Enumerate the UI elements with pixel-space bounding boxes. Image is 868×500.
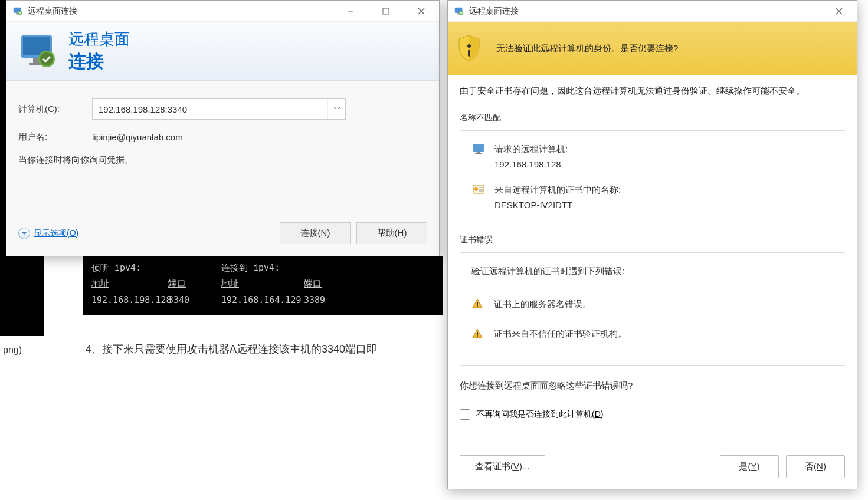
computer-label: 计算机(C):	[18, 104, 92, 115]
terminal-addr-2: 192.168.164.129	[221, 295, 304, 306]
svg-rect-5	[383, 8, 389, 14]
svg-rect-23	[477, 152, 480, 153]
svg-rect-24	[475, 153, 482, 154]
terminal-port-label-2: 端口	[304, 278, 339, 290]
certificate-icon	[471, 182, 486, 196]
show-options-toggle[interactable]: 显示选项(O)	[18, 228, 78, 239]
options-label: 显示选项(O)	[34, 228, 78, 239]
svg-rect-22	[473, 144, 484, 152]
requested-computer-text: 请求的远程计算机: 192.168.198.128	[494, 142, 568, 172]
connect-button[interactable]: 连接(N)	[280, 222, 351, 244]
rdp-app-icon	[454, 6, 464, 17]
computer-value: 192.168.198.128:3340	[99, 104, 187, 114]
window1-controls	[333, 1, 439, 22]
terminal-port-2: 3389	[304, 295, 339, 306]
window2-titlebar[interactable]: 远程桌面连接	[448, 1, 857, 22]
name-mismatch-title: 名称不匹配	[460, 113, 845, 123]
username-row: 用户名: lipinjie@qiyuanlab.com	[18, 131, 427, 143]
yes-button[interactable]: 是(Y)	[720, 455, 779, 478]
maximize-button[interactable]	[368, 1, 404, 22]
divider	[460, 365, 845, 366]
svg-rect-17	[460, 12, 463, 13]
window2-buttons: 查看证书(V)... 是(Y) 否(N)	[448, 446, 857, 487]
warning-triangle-icon	[471, 298, 483, 310]
svg-rect-30	[477, 302, 478, 305]
bg-filename-label: png)	[0, 342, 25, 358]
svg-rect-21	[468, 50, 470, 57]
banner-line1: 远程桌面	[68, 29, 130, 50]
rdp-connect-window: 远程桌面连接 远程桌面	[6, 0, 440, 256]
chevron-down-icon	[18, 228, 30, 239]
rdp-banner: 远程桌面 连接	[6, 22, 439, 81]
dont-ask-checkbox[interactable]	[460, 409, 470, 420]
form-area: 计算机(C): 192.168.198.128:3340 用户名: lipinj…	[6, 81, 439, 172]
svg-rect-32	[477, 332, 478, 335]
warning-banner: 无法验证此远程计算机的身份。是否仍要连接?	[448, 22, 857, 75]
cert-name-value: DESKTOP-IV2IDTT	[494, 198, 621, 213]
window1-footer: 显示选项(O) 连接(N) 帮助(H)	[6, 213, 439, 256]
window2-controls	[821, 1, 857, 22]
error-2-text: 证书来自不信任的证书验证机构。	[494, 326, 627, 341]
requested-value: 192.168.198.128	[494, 157, 568, 172]
minimize-button[interactable]	[333, 1, 368, 22]
cert-name-text: 来自远程计算机的证书中的名称: DESKTOP-IV2IDTT	[494, 182, 621, 212]
banner-line2: 连接	[68, 50, 130, 74]
shield-warning-icon	[457, 34, 482, 63]
dont-ask-label[interactable]: 不再询问我是否连接到此计算机(D)	[476, 409, 603, 420]
terminal-port-1: 3340	[168, 295, 221, 306]
dropdown-arrow-icon[interactable]	[327, 99, 345, 119]
username-value: lipinjie@qiyuanlab.com	[92, 132, 183, 142]
terminal-addr-label-2: 地址	[221, 278, 304, 290]
divider	[460, 130, 845, 131]
warning-triangle-icon	[471, 328, 483, 340]
rdp-banner-icon	[18, 31, 60, 72]
terminal-output: 侦听 ipv4: 连接到 ipv4: 地址 端口 地址 端口 192.168.1…	[83, 256, 443, 315]
banner-text: 远程桌面 连接	[68, 29, 130, 74]
bg-instruction-text: 4、接下来只需要使用攻击机器A远程连接该主机的3340端口即	[86, 342, 377, 356]
terminal-port-label-1: 端口	[168, 278, 221, 290]
window1-titlebar[interactable]: 远程桌面连接	[6, 1, 439, 22]
cert-errors-title: 证书错误	[460, 235, 845, 245]
svg-rect-3	[19, 12, 21, 13]
content-area: 由于安全证书存在问题，因此这台远程计算机无法通过身份验证。继续操作可能不安全。 …	[448, 75, 857, 446]
cert-errors-desc: 验证远程计算机的证书时遇到下列错误:	[460, 264, 845, 279]
computer-row: 计算机(C): 192.168.198.128:3340	[18, 98, 427, 120]
requested-computer-row: 请求的远程计算机: 192.168.198.128	[460, 142, 845, 172]
view-cert-button[interactable]: 查看证书(V)...	[460, 455, 545, 478]
window1-title: 远程桌面连接	[28, 6, 333, 17]
divider	[460, 252, 845, 253]
terminal-header-connect: 连接到 ipv4:	[221, 262, 304, 274]
warning-message: 无法验证此远程计算机的身份。是否仍要连接?	[496, 43, 678, 54]
close-button[interactable]	[404, 1, 439, 22]
error-1-text: 证书上的服务器名错误。	[494, 297, 591, 312]
terminal-header-listen: 侦听 ipv4:	[91, 262, 221, 274]
error-row-1: 证书上的服务器名错误。	[460, 297, 845, 312]
cert-name-label: 来自远程计算机的证书中的名称:	[494, 182, 621, 198]
svg-point-31	[477, 305, 478, 307]
credentials-info: 当你连接时将向你询问凭据。	[18, 154, 427, 166]
cert-name-row: 来自远程计算机的证书中的名称: DESKTOP-IV2IDTT	[460, 182, 845, 212]
requested-label: 请求的远程计算机:	[494, 142, 568, 157]
help-button[interactable]: 帮助(H)	[356, 222, 427, 244]
computer-icon	[471, 142, 486, 156]
terminal-addr-1: 192.168.198.128	[91, 295, 168, 306]
terminal-addr-label-1: 地址	[91, 278, 168, 290]
svg-point-33	[477, 335, 478, 337]
error-row-2: 证书来自不信任的证书验证机构。	[460, 326, 845, 341]
explanation-text: 由于安全证书存在问题，因此这台远程计算机无法通过身份验证。继续操作可能不安全。	[460, 84, 845, 98]
connect-question: 你想连接到远程桌面而忽略这些证书错误吗?	[460, 380, 845, 392]
svg-point-20	[467, 44, 471, 48]
dont-ask-row: 不再询问我是否连接到此计算机(D)	[460, 409, 845, 420]
window2-title: 远程桌面连接	[469, 6, 821, 17]
computer-combobox[interactable]: 192.168.198.128:3340	[92, 98, 346, 120]
svg-point-26	[474, 188, 478, 191]
close-button[interactable]	[821, 1, 857, 22]
no-button[interactable]: 否(N)	[786, 455, 845, 478]
username-label: 用户名:	[18, 131, 92, 143]
rdp-app-icon	[12, 6, 23, 17]
cert-warning-window: 远程桌面连接 无法验证此远程计算机的身份。是否仍要连接? 由于安全证书存在问题，…	[447, 0, 857, 489]
